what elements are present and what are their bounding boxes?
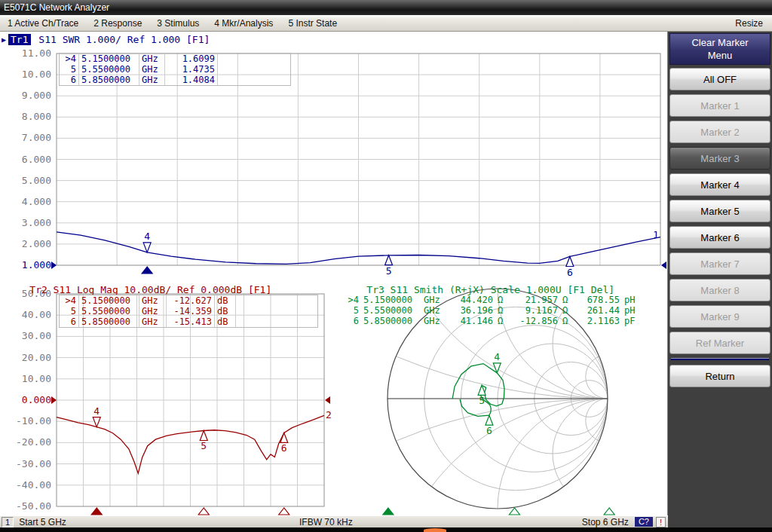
tr2-readout-cell: 5.5500000 bbox=[79, 306, 139, 316]
tr2-readout-cell: dB bbox=[215, 316, 236, 327]
tr3-readout-cell: Ω bbox=[560, 295, 575, 305]
ifbw-label: IFBW 70 kHz bbox=[299, 517, 353, 527]
window-titlebar: E5071C Network Analyzer bbox=[0, 0, 772, 15]
trace1-name-chip: Tr1 bbox=[8, 34, 30, 45]
tr2-readout-cell: -15.413 bbox=[167, 316, 215, 327]
trace2-header-text: Tr2 S11 Log Mag 10.00dB/ Ref 0.000dB [F1… bbox=[29, 284, 271, 295]
tr3-readout-cell: 5 bbox=[343, 305, 361, 316]
tr3-readout-cell: Ω bbox=[560, 305, 575, 316]
softkey-marker-3[interactable]: Marker 3 bbox=[669, 147, 770, 170]
tr3-readout-cell: 6 bbox=[343, 316, 361, 326]
trace1-header-text: S11 SWR 1.000/ Ref 1.000 [F1] bbox=[33, 34, 210, 45]
tr1-readout-cell: GHz bbox=[139, 75, 165, 85]
tr3-readout-cell: 678.55 bbox=[575, 295, 622, 305]
tr3-readout-cell: GHz bbox=[421, 316, 449, 326]
tr2-readout-cell: 5 bbox=[60, 306, 79, 316]
softkey-ref-marker: Ref Marker bbox=[669, 332, 770, 354]
tr3-readout-cell: Ω bbox=[495, 295, 510, 305]
softkey-marker-7: Marker 7 bbox=[669, 252, 770, 275]
trace1-marker-readout: >45.1500000GHz1.609955.5500000GHz1.47356… bbox=[59, 53, 291, 86]
menu-bar: 1 Active Ch/Trace2 Response3 Stimulus4 M… bbox=[0, 15, 772, 32]
tr3-readout-cell: 44.420 bbox=[449, 295, 495, 305]
softkey-all-off[interactable]: All OFF bbox=[669, 68, 770, 90]
tr2-readout-cell: 5.1500000 bbox=[79, 295, 139, 306]
tr3-readout-cell: 2.1163 bbox=[575, 316, 622, 326]
tr3-readout-cell: >4 bbox=[343, 295, 361, 305]
menu-item-4-mkr-analysis[interactable]: 4 Mkr/Analysis bbox=[207, 18, 280, 29]
instrument-screen: E5071C Network Analyzer 1 Active Ch/Trac… bbox=[0, 0, 772, 532]
tr2-readout-cell: GHz bbox=[139, 295, 167, 306]
tr2-readout-cell: -12.627 bbox=[167, 295, 215, 306]
tr1-readout-cell: 5 bbox=[60, 64, 79, 75]
softkey-marker-9: Marker 9 bbox=[669, 305, 770, 328]
correction-status-badge: C? bbox=[635, 517, 653, 527]
tr1-readout-cell: 5.5500000 bbox=[79, 64, 139, 75]
trace2-marker-readout: >45.1500000GHz-12.627dB55.5500000GHz-14.… bbox=[59, 295, 318, 328]
tr3-readout-cell: 21.957 bbox=[510, 295, 560, 305]
tr3-readout-cell: 36.196 bbox=[449, 305, 495, 316]
start-frequency-label: Start 5 GHz bbox=[19, 517, 66, 527]
menu-item-3-stimulus[interactable]: 3 Stimulus bbox=[149, 18, 207, 29]
stop-frequency-label: Stop 6 GHz bbox=[582, 517, 629, 527]
tr3-readout-cell: 41.146 bbox=[449, 316, 495, 326]
window-title: E5071C Network Analyzer bbox=[4, 2, 109, 13]
tr1-readout-cell: 6 bbox=[60, 75, 79, 85]
softkey-marker-2: Marker 2 bbox=[669, 121, 770, 143]
tr1-readout-cell: 1.6099 bbox=[165, 54, 218, 64]
tr3-readout-cell: pH bbox=[622, 295, 642, 305]
taskbar-peek-icon bbox=[424, 528, 446, 532]
status-bar: 1 Start 5 GHz IFBW 70 kHz Stop 6 GHz C? … bbox=[0, 515, 668, 527]
tr1-readout-cell: 5.8500000 bbox=[79, 75, 139, 85]
menu-item-2-response[interactable]: 2 Response bbox=[86, 18, 149, 29]
channel-number-box: 1 bbox=[2, 517, 14, 527]
softkey-separator bbox=[671, 358, 769, 360]
tr1-readout-cell: GHz bbox=[139, 54, 165, 64]
softkey-marker-6[interactable]: Marker 6 bbox=[669, 226, 770, 249]
tr2-readout-cell: 5.8500000 bbox=[79, 316, 139, 327]
tr2-readout-cell: GHz bbox=[139, 316, 167, 327]
tr2-readout-cell: GHz bbox=[139, 306, 167, 316]
softkey-list: All OFFMarker 1Marker 2Marker 3Marker 4M… bbox=[668, 68, 772, 387]
alert-badge[interactable]: ! bbox=[656, 517, 666, 527]
tr3-readout-cell: Ω bbox=[495, 305, 510, 316]
tr1-readout-cell: 5.1500000 bbox=[79, 54, 139, 64]
menu-item-5-instr-state[interactable]: 5 Instr State bbox=[280, 18, 345, 29]
softkey-menu-title-line1: Clear Marker bbox=[691, 36, 748, 49]
softkey-menu-title-line2: Menu bbox=[708, 49, 733, 62]
tr3-readout-cell: Ω bbox=[560, 316, 575, 326]
tr3-readout-cell: -12.856 bbox=[510, 316, 560, 326]
softkey-return[interactable]: Return bbox=[669, 365, 770, 387]
tr3-readout-cell: pF bbox=[622, 316, 642, 326]
tr3-readout-cell: 261.44 bbox=[575, 305, 622, 316]
tr2-readout-cell: >4 bbox=[60, 295, 79, 306]
trace3-header-text: Tr3 S11 Smith (R+jX) Scale 1.000U [F1 De… bbox=[366, 284, 614, 295]
tr1-readout-cell: 1.4084 bbox=[165, 75, 218, 85]
softkey-menu-title: Clear Marker Menu bbox=[669, 33, 770, 65]
tr3-readout-cell: 9.1167 bbox=[510, 305, 560, 316]
softkey-marker-1: Marker 1 bbox=[669, 94, 770, 117]
softkey-marker-5[interactable]: Marker 5 bbox=[669, 200, 770, 222]
active-trace-pointer-icon: ▶ bbox=[2, 35, 6, 44]
tr3-readout-cell: 5.1500000 bbox=[361, 295, 421, 305]
menu-items: 1 Active Ch/Trace2 Response3 Stimulus4 M… bbox=[0, 18, 345, 29]
tr1-readout-cell: GHz bbox=[139, 64, 165, 75]
trace1-header[interactable]: ▶ Tr1 S11 SWR 1.000/ Ref 1.000 [F1] bbox=[2, 34, 210, 45]
trace3-marker-readout: >45.1500000GHz44.420Ω21.957Ω678.55pH55.5… bbox=[343, 295, 642, 326]
tr3-readout-cell: Ω bbox=[495, 316, 510, 326]
tr2-readout-cell: dB bbox=[215, 306, 236, 316]
tr3-readout-cell: GHz bbox=[421, 295, 449, 305]
softkey-marker-4[interactable]: Marker 4 bbox=[669, 173, 770, 196]
tr1-readout-cell: 1.4735 bbox=[165, 64, 218, 75]
tr1-readout-cell: >4 bbox=[60, 54, 79, 64]
tr3-readout-cell: GHz bbox=[421, 305, 449, 316]
bottom-edge-strip bbox=[0, 527, 772, 532]
tr2-readout-cell: 6 bbox=[60, 316, 79, 327]
resize-button[interactable]: Resize bbox=[726, 18, 772, 29]
tr2-readout-cell: dB bbox=[215, 295, 236, 306]
softkey-marker-8: Marker 8 bbox=[669, 279, 770, 301]
tr3-readout-cell: pH bbox=[622, 305, 642, 316]
tr2-readout-cell: -14.359 bbox=[167, 306, 215, 316]
softkey-sidebar: Clear Marker Menu All OFFMarker 1Marker … bbox=[668, 32, 772, 532]
menu-item-1-active-ch-trace[interactable]: 1 Active Ch/Trace bbox=[0, 18, 86, 29]
tr3-readout-cell: 5.5500000 bbox=[361, 305, 421, 316]
